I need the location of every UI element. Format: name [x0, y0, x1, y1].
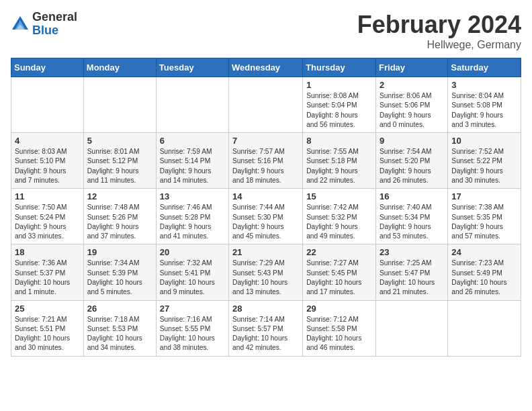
- day-number: 1: [306, 80, 372, 90]
- calendar-cell: 7Sunrise: 7:57 AMSunset: 5:16 PMDaylight…: [229, 133, 303, 189]
- calendar-cell: 1Sunrise: 8:08 AMSunset: 5:04 PMDaylight…: [303, 77, 376, 133]
- day-number: 2: [380, 80, 444, 90]
- day-number: 14: [232, 191, 299, 201]
- calendar-cell: 22Sunrise: 7:27 AMSunset: 5:45 PMDayligh…: [303, 244, 376, 300]
- day-info: Sunrise: 7:18 AMSunset: 5:53 PMDaylight:…: [87, 315, 152, 353]
- page-header: General Blue February 2024 Hellwege, Ger…: [11, 11, 521, 51]
- calendar-cell: 14Sunrise: 7:44 AMSunset: 5:30 PMDayligh…: [229, 189, 303, 244]
- day-number: 15: [306, 191, 372, 201]
- calendar-cell: [229, 77, 303, 133]
- logo-blue-text: Blue: [32, 24, 77, 38]
- day-info: Sunrise: 7:36 AMSunset: 5:37 PMDaylight:…: [15, 259, 80, 297]
- day-number: 13: [160, 191, 225, 201]
- day-info: Sunrise: 7:34 AMSunset: 5:39 PMDaylight:…: [87, 259, 152, 297]
- calendar-cell: 25Sunrise: 7:21 AMSunset: 5:51 PMDayligh…: [11, 300, 84, 356]
- calendar-cell: 13Sunrise: 7:46 AMSunset: 5:28 PMDayligh…: [156, 189, 228, 244]
- day-number: 10: [451, 136, 517, 146]
- day-number: 5: [87, 136, 152, 146]
- calendar-week-row: 25Sunrise: 7:21 AMSunset: 5:51 PMDayligh…: [11, 300, 521, 356]
- day-number: 21: [232, 247, 299, 257]
- calendar-cell: 24Sunrise: 7:23 AMSunset: 5:49 PMDayligh…: [448, 244, 521, 300]
- calendar-cell: 28Sunrise: 7:14 AMSunset: 5:57 PMDayligh…: [229, 300, 303, 356]
- calendar-cell: 8Sunrise: 7:55 AMSunset: 5:18 PMDaylight…: [303, 133, 376, 189]
- day-info: Sunrise: 7:23 AMSunset: 5:49 PMDaylight:…: [451, 259, 517, 297]
- calendar-cell: 26Sunrise: 7:18 AMSunset: 5:53 PMDayligh…: [83, 300, 156, 356]
- weekday-header-wednesday: Wednesday: [229, 58, 303, 77]
- day-number: 6: [160, 136, 225, 146]
- day-info: Sunrise: 7:57 AMSunset: 5:16 PMDaylight:…: [232, 147, 299, 185]
- month-title: February 2024: [357, 11, 521, 39]
- logo-general-text: General: [32, 11, 77, 24]
- day-number: 29: [306, 304, 372, 314]
- calendar-cell: 4Sunrise: 8:03 AMSunset: 5:10 PMDaylight…: [11, 133, 84, 189]
- calendar-cell: 29Sunrise: 7:12 AMSunset: 5:58 PMDayligh…: [303, 300, 376, 356]
- day-number: 8: [306, 136, 372, 146]
- weekday-header-saturday: Saturday: [448, 58, 521, 77]
- weekday-header-tuesday: Tuesday: [156, 58, 228, 77]
- calendar-cell: 2Sunrise: 8:06 AMSunset: 5:06 PMDaylight…: [376, 77, 448, 133]
- logo: General Blue: [11, 11, 77, 38]
- calendar-cell: 15Sunrise: 7:42 AMSunset: 5:32 PMDayligh…: [303, 189, 376, 244]
- day-number: 12: [87, 191, 152, 201]
- calendar-cell: 11Sunrise: 7:50 AMSunset: 5:24 PMDayligh…: [11, 189, 84, 244]
- calendar-cell: 5Sunrise: 8:01 AMSunset: 5:12 PMDaylight…: [83, 133, 156, 189]
- calendar-week-row: 18Sunrise: 7:36 AMSunset: 5:37 PMDayligh…: [11, 244, 521, 300]
- day-info: Sunrise: 7:44 AMSunset: 5:30 PMDaylight:…: [232, 203, 299, 241]
- calendar-week-row: 1Sunrise: 8:08 AMSunset: 5:04 PMDaylight…: [11, 77, 521, 133]
- title-block: February 2024 Hellwege, Germany: [357, 11, 521, 51]
- logo-icon: [11, 15, 30, 34]
- calendar-cell: 16Sunrise: 7:40 AMSunset: 5:34 PMDayligh…: [376, 189, 448, 244]
- day-info: Sunrise: 7:54 AMSunset: 5:20 PMDaylight:…: [380, 147, 444, 185]
- day-number: 19: [87, 247, 152, 257]
- day-info: Sunrise: 7:38 AMSunset: 5:35 PMDaylight:…: [451, 203, 517, 241]
- day-number: 26: [87, 304, 152, 314]
- day-info: Sunrise: 7:14 AMSunset: 5:57 PMDaylight:…: [232, 315, 299, 353]
- calendar-cell: [83, 77, 156, 133]
- day-info: Sunrise: 7:55 AMSunset: 5:18 PMDaylight:…: [306, 147, 372, 185]
- day-number: 24: [451, 247, 517, 257]
- day-number: 7: [232, 136, 299, 146]
- calendar-cell: [376, 300, 448, 356]
- day-number: 9: [380, 136, 444, 146]
- day-info: Sunrise: 7:40 AMSunset: 5:34 PMDaylight:…: [380, 203, 444, 241]
- day-info: Sunrise: 7:12 AMSunset: 5:58 PMDaylight:…: [306, 315, 372, 353]
- calendar-cell: 10Sunrise: 7:52 AMSunset: 5:22 PMDayligh…: [448, 133, 521, 189]
- calendar-cell: 27Sunrise: 7:16 AMSunset: 5:55 PMDayligh…: [156, 300, 228, 356]
- day-number: 11: [15, 191, 80, 201]
- calendar-cell: 12Sunrise: 7:48 AMSunset: 5:26 PMDayligh…: [83, 189, 156, 244]
- day-info: Sunrise: 7:21 AMSunset: 5:51 PMDaylight:…: [15, 315, 80, 353]
- day-number: 20: [160, 247, 225, 257]
- day-info: Sunrise: 8:06 AMSunset: 5:06 PMDaylight:…: [380, 91, 444, 130]
- day-info: Sunrise: 7:52 AMSunset: 5:22 PMDaylight:…: [451, 147, 517, 185]
- day-info: Sunrise: 7:59 AMSunset: 5:14 PMDaylight:…: [160, 147, 225, 185]
- day-info: Sunrise: 7:48 AMSunset: 5:26 PMDaylight:…: [87, 203, 152, 241]
- weekday-header-monday: Monday: [83, 58, 156, 77]
- calendar-cell: 21Sunrise: 7:29 AMSunset: 5:43 PMDayligh…: [229, 244, 303, 300]
- weekday-header-sunday: Sunday: [11, 58, 84, 77]
- day-info: Sunrise: 7:50 AMSunset: 5:24 PMDaylight:…: [15, 203, 80, 241]
- day-info: Sunrise: 7:27 AMSunset: 5:45 PMDaylight:…: [306, 259, 372, 297]
- day-number: 27: [160, 304, 225, 314]
- calendar-week-row: 11Sunrise: 7:50 AMSunset: 5:24 PMDayligh…: [11, 189, 521, 244]
- day-info: Sunrise: 7:46 AMSunset: 5:28 PMDaylight:…: [160, 203, 225, 241]
- day-info: Sunrise: 7:32 AMSunset: 5:41 PMDaylight:…: [160, 259, 225, 297]
- weekday-header-row: SundayMondayTuesdayWednesdayThursdayFrid…: [11, 58, 521, 77]
- calendar-cell: [11, 77, 84, 133]
- weekday-header-thursday: Thursday: [303, 58, 376, 77]
- day-info: Sunrise: 8:08 AMSunset: 5:04 PMDaylight:…: [306, 91, 372, 130]
- day-info: Sunrise: 8:03 AMSunset: 5:10 PMDaylight:…: [15, 147, 80, 185]
- calendar-cell: 18Sunrise: 7:36 AMSunset: 5:37 PMDayligh…: [11, 244, 84, 300]
- day-number: 25: [15, 304, 80, 314]
- day-number: 4: [15, 136, 80, 146]
- logo-text: General Blue: [32, 11, 77, 38]
- day-number: 16: [380, 191, 444, 201]
- day-number: 22: [306, 247, 372, 257]
- calendar-cell: 17Sunrise: 7:38 AMSunset: 5:35 PMDayligh…: [448, 189, 521, 244]
- calendar-cell: 6Sunrise: 7:59 AMSunset: 5:14 PMDaylight…: [156, 133, 228, 189]
- calendar-week-row: 4Sunrise: 8:03 AMSunset: 5:10 PMDaylight…: [11, 133, 521, 189]
- day-number: 3: [451, 80, 517, 90]
- day-number: 18: [15, 247, 80, 257]
- day-info: Sunrise: 7:42 AMSunset: 5:32 PMDaylight:…: [306, 203, 372, 241]
- day-info: Sunrise: 7:16 AMSunset: 5:55 PMDaylight:…: [160, 315, 225, 353]
- calendar-cell: 19Sunrise: 7:34 AMSunset: 5:39 PMDayligh…: [83, 244, 156, 300]
